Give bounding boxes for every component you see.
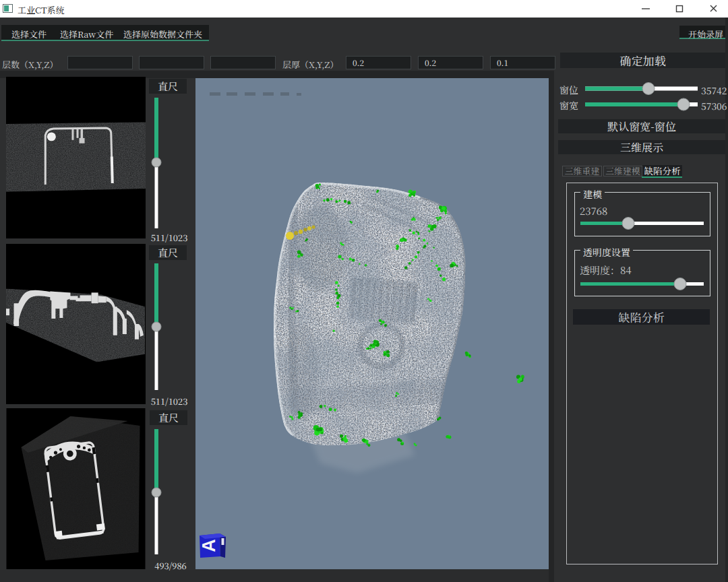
- svg-text:A: A: [199, 539, 219, 552]
